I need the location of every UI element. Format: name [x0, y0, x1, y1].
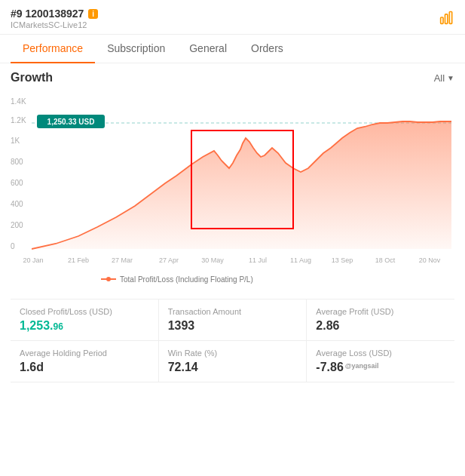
svg-text:20 Jan: 20 Jan — [23, 256, 43, 264]
stats-row-2: Average Holding Period 1.6d Win Rate (%)… — [11, 341, 454, 382]
stat-label: Closed Profit/Loss (USD) — [20, 307, 149, 316]
stats-container: Closed Profit/Loss (USD) 1,253.96 Transa… — [11, 299, 454, 382]
svg-text:30 May: 30 May — [201, 256, 224, 264]
svg-text:20 Nov: 20 Nov — [419, 256, 441, 264]
stat-avg-loss: Average Loss (USD) -7.86 @yangsail — [307, 341, 454, 382]
svg-text:11 Aug: 11 Aug — [290, 256, 311, 264]
stat-label: Average Loss (USD) — [316, 349, 445, 358]
server-name: ICMarketsSC-Live12 — [11, 20, 98, 29]
info-badge[interactable]: i — [88, 9, 98, 19]
stat-closed-profit: Closed Profit/Loss (USD) 1,253.96 — [11, 299, 159, 340]
stat-value: 1,253.96 — [20, 319, 149, 333]
account-number: #9 1200138927 — [11, 8, 84, 20]
stat-transaction-amount: Transaction Amount 1393 — [159, 299, 307, 340]
stat-label: Win Rate (%) — [168, 349, 298, 358]
svg-point-27 — [106, 277, 111, 281]
header: #9 1200138927 i ICMarketsSC-Live12 — [0, 0, 465, 35]
svg-text:200: 200 — [11, 221, 23, 229]
filter-dropdown[interactable]: All ▼ — [434, 72, 454, 84]
stat-label: Average Profit (USD) — [316, 307, 445, 316]
tab-bar: Performance Subscription General Orders — [0, 35, 465, 63]
growth-section-header: Growth All ▼ — [0, 63, 465, 89]
svg-text:600: 600 — [11, 179, 23, 187]
svg-text:27 Mar: 27 Mar — [112, 256, 133, 264]
chart-svg: 1.4K 1.2K 1K 800 600 400 200 0 1,250.33 … — [11, 89, 454, 293]
svg-rect-0 — [441, 17, 443, 23]
stats-row-1: Closed Profit/Loss (USD) 1,253.96 Transa… — [11, 299, 454, 341]
header-left: #9 1200138927 i ICMarketsSC-Live12 — [11, 8, 98, 29]
svg-rect-1 — [445, 14, 448, 23]
svg-text:18 Oct: 18 Oct — [375, 256, 396, 264]
growth-chart: 1.4K 1.2K 1K 800 600 400 200 0 1,250.33 … — [11, 89, 454, 293]
stat-avg-profit: Average Profit (USD) 2.86 — [307, 299, 454, 340]
stat-win-rate: Win Rate (%) 72.14 — [159, 341, 307, 382]
tab-orders[interactable]: Orders — [239, 35, 295, 63]
stat-value: 1393 — [168, 319, 298, 333]
svg-text:1K: 1K — [11, 137, 20, 145]
svg-text:1.2K: 1.2K — [11, 116, 26, 124]
stat-label: Average Holding Period — [20, 349, 149, 358]
stat-value: -7.86 @yangsail — [316, 361, 445, 374]
tab-performance[interactable]: Performance — [11, 35, 95, 63]
svg-text:13 Sep: 13 Sep — [332, 256, 353, 264]
section-title: Growth — [11, 71, 53, 84]
svg-text:0: 0 — [11, 242, 15, 250]
chevron-down-icon: ▼ — [447, 74, 454, 82]
stat-value: 2.86 — [316, 319, 445, 333]
svg-text:800: 800 — [11, 158, 23, 166]
svg-text:11 Jul: 11 Jul — [249, 256, 267, 264]
svg-text:27 Apr: 27 Apr — [159, 256, 179, 264]
tab-subscription[interactable]: Subscription — [95, 35, 177, 63]
stat-holding-period: Average Holding Period 1.6d — [11, 341, 159, 382]
stat-value: 1.6d — [20, 361, 149, 374]
svg-text:1.4K: 1.4K — [11, 97, 26, 106]
svg-text:1,250.33 USD: 1,250.33 USD — [47, 118, 95, 126]
loss-value: -7.86 — [316, 361, 343, 374]
svg-text:21 Feb: 21 Feb — [68, 256, 89, 264]
stat-label: Transaction Amount — [168, 307, 298, 316]
svg-rect-2 — [449, 11, 451, 23]
header-info: #9 1200138927 i ICMarketsSC-Live12 — [11, 8, 98, 29]
chart-icon[interactable] — [439, 10, 454, 28]
stat-value: 72.14 — [168, 361, 298, 374]
svg-text:400: 400 — [11, 200, 23, 208]
tab-general[interactable]: General — [177, 35, 239, 63]
svg-text:Total Profit/Loss (Including F: Total Profit/Loss (Including Floating P/… — [120, 275, 253, 284]
watermark-text: @yangsail — [345, 362, 379, 370]
